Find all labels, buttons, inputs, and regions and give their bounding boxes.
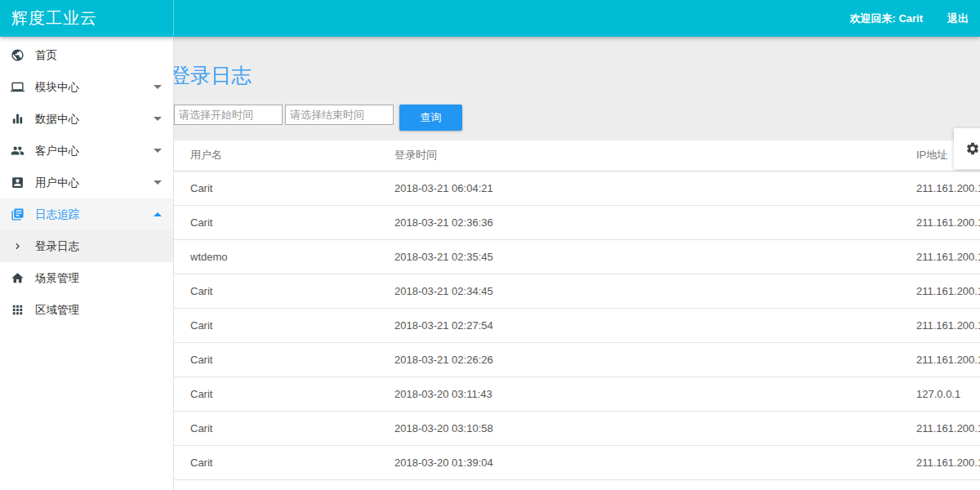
cell-login_time: 2018-03-20 03:11:43 [394, 376, 916, 411]
bar-chart-icon [10, 112, 24, 127]
topbar: 辉度工业云 欢迎回来: Carit 退出 [0, 0, 980, 37]
cell-username: Carit [174, 445, 394, 479]
logout-button[interactable]: 退出 [947, 11, 969, 26]
cell-login_time: 2018-03-21 02:27:54 [394, 308, 916, 342]
cell-ip: 211.161.200.16 [916, 342, 980, 376]
cell-ip: 211.161.200.16 [916, 274, 980, 308]
table-row: Carit2018-03-21 02:27:54211.161.200.16 [174, 308, 980, 342]
chevron-down-icon [154, 149, 162, 153]
chevron-down-icon [154, 85, 162, 89]
globe-icon [10, 48, 24, 63]
cell-ip: 211.161.200.16 [916, 171, 980, 205]
chevron-up-icon [154, 212, 162, 216]
cell-username: Carit [174, 308, 394, 342]
page-title: 登录日志 [174, 62, 980, 89]
sidebar-item-log-trace[interactable]: 日志追踪 [0, 198, 173, 230]
table-row: Carit2018-03-21 02:26:26211.161.200.16 [174, 342, 980, 376]
cell-login_time: 2018-03-21 02:26:26 [394, 342, 916, 376]
account-box-icon [10, 176, 24, 190]
cell-username: Carit [174, 171, 394, 205]
sidebar-item-module-center[interactable]: 模块中心 [0, 71, 173, 103]
laptop-icon [10, 80, 24, 95]
chevron-down-icon [154, 180, 162, 185]
sidebar-item-label: 模块中心 [35, 80, 79, 95]
sidebar-item-customer-center[interactable]: 客户中心 [0, 135, 173, 167]
home-icon [10, 271, 24, 286]
login-log-table: 用户名登录时间IP地址 Carit2018-03-21 06:04:21211.… [174, 140, 980, 490]
sidebar-item-label: 区域管理 [35, 303, 79, 318]
cell-ip: 127.0.0.1 [916, 376, 980, 411]
cell-login_time: 2018-03-20 01:39:04 [394, 445, 916, 479]
table-row: Carit2018-03-20 03:11:43127.0.0.1 [174, 376, 980, 411]
column-header: 用户名 [174, 140, 394, 171]
table-row: Carit2018-03-21 06:04:21211.161.200.16 [174, 171, 980, 205]
sidebar-item-label: 用户中心 [35, 176, 79, 190]
cell-login_time: 2018-03-21 02:35:45 [394, 239, 916, 274]
sidebar-item-label: 登录日志 [35, 239, 79, 254]
cell-ip: 211.161.200.16 [916, 239, 980, 274]
chevron-down-icon [154, 117, 162, 121]
search-button[interactable]: 查询 [399, 105, 462, 131]
main-content: 登录日志 查询 用户名登录时间IP地址 Carit2018-03-21 06:0… [174, 37, 980, 490]
welcome-text: 欢迎回来: Carit [849, 11, 923, 26]
table-row: Carit2018-03-21 02:34:45211.161.200.16 [174, 274, 980, 308]
column-settings-button[interactable] [954, 128, 980, 169]
start-time-input[interactable] [174, 105, 283, 125]
filter-bar: 查询 [174, 105, 980, 131]
end-time-input[interactable] [285, 105, 394, 125]
cell-username: Carit [174, 376, 394, 411]
sidebar-item-label: 数据中心 [35, 112, 79, 127]
cell-username: Carit [174, 342, 394, 376]
cell-username: Carit [174, 411, 394, 445]
cell-login_time: 2018-03-21 02:34:45 [394, 274, 916, 308]
sidebar: 首页模块中心数据中心客户中心用户中心日志追踪登录日志场景管理区域管理 [0, 37, 174, 490]
table-row: Carit2018-03-20 01:39:04211.161.200.16 [174, 445, 980, 479]
cell-login_time: 2018-03-21 02:36:36 [394, 205, 916, 239]
people-icon [10, 144, 24, 158]
sidebar-item-scene-management[interactable]: 场景管理 [0, 262, 173, 294]
cell-login_time: 2018-03-21 06:04:21 [394, 171, 916, 205]
chevron-right-icon [10, 239, 24, 254]
table-row: wtdemo2018-03-21 02:35:45211.161.200.16 [174, 239, 980, 274]
app-title: 辉度工业云 [0, 0, 174, 37]
cell-username: wtdemo [174, 239, 394, 274]
cell-username: Carit [174, 205, 394, 239]
sidebar-item-login-log[interactable]: 登录日志 [0, 230, 173, 262]
cell-login_time: 2018-03-20 03:10:58 [394, 411, 916, 445]
table-header-row: 用户名登录时间IP地址 [174, 140, 980, 171]
cell-ip: 211.161.200.16 [916, 308, 980, 342]
sidebar-item-label: 客户中心 [35, 144, 79, 158]
column-header: 登录时间 [394, 140, 916, 171]
gear-icon [965, 141, 980, 156]
table-row: Carit2018-03-21 02:36:36211.161.200.16 [174, 205, 980, 239]
sidebar-item-label: 日志追踪 [35, 207, 79, 222]
cell-ip: 211.161.200.16 [916, 411, 980, 445]
sidebar-item-data-center[interactable]: 数据中心 [0, 103, 173, 135]
cell-ip: 211.161.200.16 [916, 205, 980, 239]
sidebar-item-region-management[interactable]: 区域管理 [0, 294, 173, 326]
table-row: Carit2018-03-20 03:10:58211.161.200.16 [174, 411, 980, 445]
sidebar-item-user-center[interactable]: 用户中心 [0, 167, 173, 198]
apps-icon [10, 303, 24, 318]
cell-username: Carit [174, 274, 394, 308]
sidebar-item-home[interactable]: 首页 [0, 39, 173, 71]
sidebar-item-label: 首页 [35, 48, 57, 63]
sidebar-item-label: 场景管理 [35, 271, 79, 286]
library-books-icon [10, 207, 24, 222]
cell-ip: 211.161.200.16 [916, 445, 980, 479]
